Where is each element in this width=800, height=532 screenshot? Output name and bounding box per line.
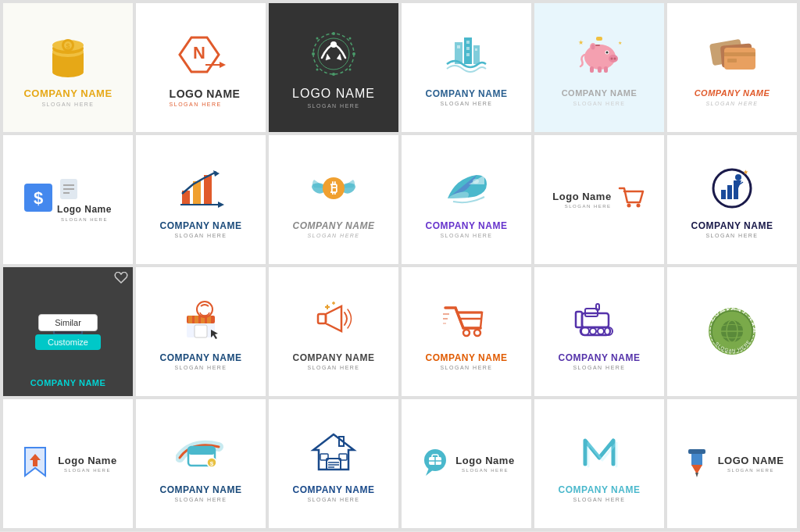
logo-title: COMPANY NAME [23, 87, 112, 100]
svg-text:N: N [193, 43, 205, 62]
logo-slogan: slogan here [455, 468, 514, 473]
svg-point-67 [636, 203, 640, 207]
svg-rect-28 [466, 47, 470, 50]
svg-point-33 [609, 55, 618, 62]
svg-rect-84 [195, 325, 207, 337]
shop-icon [173, 293, 228, 348]
svg-point-108 [598, 328, 604, 334]
logo-title: LOGO NAME [170, 87, 241, 101]
stamp-badge-icon: COMPANY NAME SLOGAN HERE [705, 302, 759, 357]
logo-card-speech[interactable]: Logo Name slogan here [402, 399, 531, 528]
logo-slogan: Slogan Here [41, 102, 94, 107]
similar-button[interactable]: Similar [38, 314, 98, 331]
dollar-icon: $ [24, 184, 52, 215]
svg-point-15 [332, 32, 335, 35]
logo-title: COMPANY NAME [30, 378, 106, 388]
svg-text:$: $ [34, 188, 43, 208]
speech-bubble-icon [418, 446, 451, 482]
dollar-doc-icon [57, 177, 112, 204]
shopping-cart-small-icon [616, 184, 646, 216]
svg-rect-102 [576, 312, 582, 327]
logo-slogan: Slogan Here [705, 101, 758, 106]
svg-point-35 [613, 57, 616, 59]
logo-slogan: SLOGAN HERE [440, 101, 492, 106]
logo-slogan: SLOGAN HERE [573, 101, 625, 106]
logo-slogan: SLOGAN HERE [718, 468, 784, 473]
logo-slogan: SLOGAN HERE [307, 365, 359, 370]
svg-rect-40 [590, 66, 594, 73]
svg-rect-80 [188, 316, 192, 323]
logo-slogan: SLOGAN HERE [170, 102, 222, 107]
logo-title: COMPANY NAME [559, 352, 641, 363]
svg-point-14 [330, 41, 337, 48]
logo-slogan: SLOGAN HERE [174, 365, 227, 370]
logo-card-growth[interactable]: ★ COMPANY NAME SLOGAN HERE [667, 135, 797, 264]
svg-point-39 [591, 44, 595, 49]
logo-card-dollar[interactable]: $ Logo Name SLOGAN HERE [3, 135, 133, 264]
svg-rect-26 [457, 45, 460, 48]
svg-rect-27 [466, 41, 470, 44]
logo-card-pig[interactable]: ★ ★ COMPANY NAME SLOGAN HERE [534, 3, 664, 132]
logo-slogan: slogan here [573, 497, 625, 502]
svg-point-20 [349, 37, 352, 40]
svg-point-37 [605, 51, 608, 53]
logo-card-bitcoin[interactable]: ₿ COMPANY NAME Slogan Here [269, 135, 398, 264]
svg-point-12 [313, 34, 354, 74]
logo-card-cart2[interactable]: COMPANY NAME SLOGAN HERE [402, 267, 531, 396]
bitcoin-wings-icon: ₿ [306, 161, 361, 216]
growth-circle-icon: ★ [705, 161, 759, 216]
logo-card-arrow[interactable]: N LOGO NAME SLOGAN HERE [136, 3, 266, 132]
logo-slogan: SLOGAN HERE [174, 497, 227, 502]
diamond-arrow-icon: N [173, 28, 228, 83]
building-icon [439, 29, 494, 84]
svg-point-21 [316, 69, 319, 71]
logo-card-zigzag[interactable]: COMPANY NAME slogan here [534, 399, 664, 528]
svg-point-22 [349, 69, 352, 71]
logo-card-chart[interactable]: COMPANY NAME SLOGAN HERE [136, 135, 266, 264]
svg-rect-41 [598, 66, 602, 73]
svg-point-86 [204, 316, 206, 318]
logo-slogan: SLOGAN HERE [58, 468, 116, 473]
svg-point-65 [473, 179, 479, 184]
svg-point-66 [627, 203, 630, 207]
logo-title: Logo Name [552, 191, 611, 203]
logo-card-house[interactable]: COMPANY NAME SLOGAN HERE [269, 399, 398, 528]
logo-card-overlay[interactable]: Similar Customize COMPANY NAME [3, 267, 133, 396]
house-icon [306, 425, 361, 480]
logo-card-coins[interactable]: $ COMPANY NAME Slogan Here [3, 3, 133, 132]
logo-card-creditcard[interactable]: COMPANY NAME Slogan Here [667, 3, 797, 132]
logo-card-building[interactable]: COMPANY NAME SLOGAN HERE [402, 3, 531, 132]
logo-title: COMPANY NAME [293, 220, 375, 231]
logo-card-pen[interactable]: LOGO NAME SLOGAN HERE [667, 399, 797, 528]
logo-card-shop[interactable]: COMPANY NAME SLOGAN HERE [136, 267, 266, 396]
logo-card-megaphone[interactable]: COMPANY NAME SLOGAN HERE [269, 267, 398, 396]
heart-icon[interactable] [114, 272, 128, 287]
logo-title: COMPANY NAME [562, 88, 638, 98]
pen-icon [680, 446, 713, 482]
logo-title: COMPANY NAME [691, 220, 773, 231]
logo-card-tractor[interactable]: COMPANY NAME SLOGAN HERE [534, 267, 664, 396]
logo-card-dark[interactable]: LOGO NAME SLOGAN HERE [269, 3, 398, 132]
logo-card-plane[interactable]: COMPANY NAME SLOGAN HERE [402, 135, 531, 264]
svg-point-106 [581, 327, 589, 335]
svg-rect-70 [727, 185, 732, 199]
logo-title: Logo Name [58, 455, 116, 467]
svg-marker-62 [218, 202, 224, 208]
customize-button[interactable]: Customize [35, 334, 101, 350]
logo-card-cart-logoname[interactable]: Logo Name SLOGAN HERE [534, 135, 664, 264]
svg-text:★: ★ [618, 41, 622, 45]
barchart-icon [173, 161, 228, 216]
logo-slogan: SLOGAN HERE [573, 365, 625, 370]
logo-title: COMPANY NAME [160, 220, 242, 231]
logo-card-arrow2[interactable]: Logo Name SLOGAN HERE [3, 399, 133, 528]
svg-marker-60 [213, 170, 220, 177]
megaphone-icon [306, 293, 361, 348]
shopping-cart-icon [439, 293, 494, 348]
logo-card-wallet[interactable]: $ COMPANY NAME SLOGAN HERE [136, 399, 266, 528]
logo-title: COMPANY NAME [160, 484, 242, 495]
svg-rect-42 [604, 66, 608, 73]
logo-slogan: Slogan Here [307, 233, 359, 238]
logo-title: COMPANY NAME [426, 88, 508, 99]
logo-card-stamp[interactable]: COMPANY NAME SLOGAN HERE [667, 267, 797, 396]
svg-text:★: ★ [578, 39, 584, 46]
